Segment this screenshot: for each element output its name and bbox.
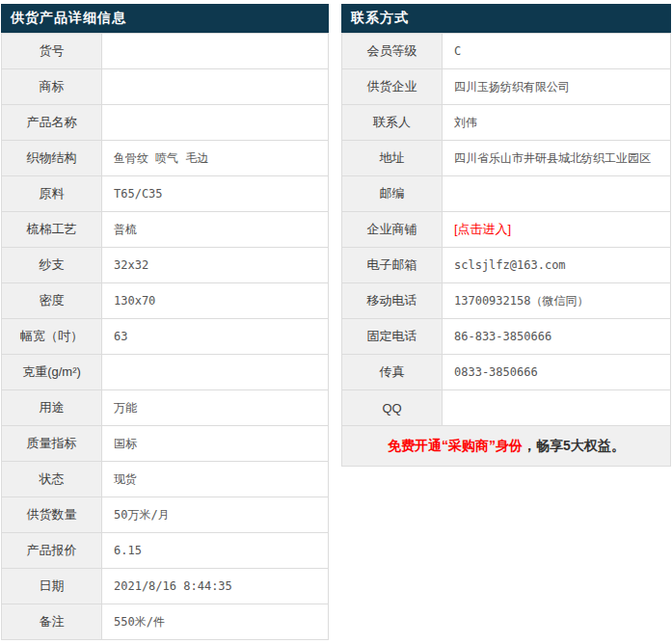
- page: 供货产品详细信息 货号商标产品名称织物结构鱼骨纹 喷气 毛边原料T65/C35梳…: [0, 0, 672, 644]
- table-row: 原料T65/C35: [2, 176, 329, 212]
- product-detail-table: 货号商标产品名称织物结构鱼骨纹 喷气 毛边原料T65/C35梳棉工艺普梳纱支32…: [1, 33, 329, 640]
- row-label: 原料: [2, 176, 102, 212]
- row-label: 供货数量: [2, 497, 102, 533]
- shop-enter-link[interactable]: [点击进入]: [443, 212, 671, 248]
- row-value: 63: [102, 319, 329, 355]
- contact-title: 联系方式: [341, 4, 671, 33]
- row-label: 状态: [2, 462, 102, 497]
- row-value: 13700932158（微信同）: [443, 283, 671, 319]
- row-label: 企业商铺: [342, 212, 443, 248]
- row-label: 产品报价: [2, 533, 102, 569]
- table-row: 企业商铺[点击进入]: [342, 212, 671, 248]
- promo-row: 免费开通“采购商”身份，畅享5大权益。: [342, 426, 671, 467]
- table-row: 传真0833-3850666: [342, 355, 671, 390]
- contact-panel: 联系方式 会员等级C供货企业四川玉扬纺织有限公司联系人刘伟地址四川省乐山市井研县…: [341, 4, 671, 467]
- table-row: 供货企业四川玉扬纺织有限公司: [342, 69, 671, 105]
- table-row: 克重(g/m²): [2, 355, 329, 390]
- table-row: 货号: [2, 34, 329, 69]
- table-row: 移动电话13700932158（微信同）: [342, 283, 671, 319]
- table-row: QQ: [342, 390, 671, 426]
- promo-rest-text: ，畅享5大权益。: [523, 438, 625, 453]
- row-label: 纱支: [2, 248, 102, 283]
- row-label: 幅宽（吋）: [2, 319, 102, 355]
- row-label: 克重(g/m²): [2, 355, 102, 390]
- product-detail-panel: 供货产品详细信息 货号商标产品名称织物结构鱼骨纹 喷气 毛边原料T65/C35梳…: [1, 4, 329, 640]
- row-value: 2021/8/16 8:44:35: [102, 569, 329, 604]
- row-label: 电子邮箱: [342, 248, 443, 283]
- row-label: 供货企业: [342, 69, 443, 105]
- row-label: 备注: [2, 604, 102, 640]
- row-value: [102, 105, 329, 141]
- product-detail-title: 供货产品详细信息: [1, 4, 329, 33]
- contact-table: 会员等级C供货企业四川玉扬纺织有限公司联系人刘伟地址四川省乐山市井研县城北纺织工…: [341, 33, 671, 467]
- table-row: 备注550米/件: [2, 604, 329, 640]
- row-value: [102, 355, 329, 390]
- row-value: 四川省乐山市井研县城北纺织工业园区: [443, 141, 671, 176]
- table-row: 状态现货: [2, 462, 329, 497]
- table-row: 电子邮箱sclsjlfz@163.com: [342, 248, 671, 283]
- row-value: 0833-3850666: [443, 355, 671, 390]
- row-label: QQ: [342, 390, 443, 426]
- table-row: 邮编: [342, 176, 671, 212]
- row-label: 织物结构: [2, 141, 102, 176]
- row-label: 移动电话: [342, 283, 443, 319]
- row-value: 50万米/月: [102, 497, 329, 533]
- row-value: 国标: [102, 426, 329, 462]
- row-value: 鱼骨纹 喷气 毛边: [102, 141, 329, 176]
- row-value: sclsjlfz@163.com: [443, 248, 671, 283]
- table-row: 产品名称: [2, 105, 329, 141]
- row-label: 邮编: [342, 176, 443, 212]
- row-label: 商标: [2, 69, 102, 105]
- table-row: 地址四川省乐山市井研县城北纺织工业园区: [342, 141, 671, 176]
- row-value: [443, 176, 671, 212]
- row-value: 刘伟: [443, 105, 671, 141]
- table-row: 商标: [2, 69, 329, 105]
- table-row: 日期2021/8/16 8:44:35: [2, 569, 329, 604]
- table-row: 质量指标国标: [2, 426, 329, 462]
- table-row: 纱支32x32: [2, 248, 329, 283]
- row-value: 万能: [102, 390, 329, 426]
- row-label: 地址: [342, 141, 443, 176]
- row-value: [102, 34, 329, 69]
- row-value: 现货: [102, 462, 329, 497]
- row-value: 32x32: [102, 248, 329, 283]
- row-value: [102, 69, 329, 105]
- table-row: 固定电话86-833-3850666: [342, 319, 671, 355]
- table-row: 联系人刘伟: [342, 105, 671, 141]
- table-row: 密度130x70: [2, 283, 329, 319]
- row-label: 用途: [2, 390, 102, 426]
- row-value: 550米/件: [102, 604, 329, 640]
- row-label: 货号: [2, 34, 102, 69]
- row-value: 86-833-3850666: [443, 319, 671, 355]
- row-value: C: [443, 34, 671, 69]
- row-label: 日期: [2, 569, 102, 604]
- buyer-signup-link[interactable]: 免费开通“采购商”身份: [388, 438, 523, 453]
- row-value: 130x70: [102, 283, 329, 319]
- row-value: T65/C35: [102, 176, 329, 212]
- table-row: 用途万能: [2, 390, 329, 426]
- row-label: 会员等级: [342, 34, 443, 69]
- row-label: 梳棉工艺: [2, 212, 102, 248]
- row-label: 传真: [342, 355, 443, 390]
- promo-cell: 免费开通“采购商”身份，畅享5大权益。: [342, 426, 671, 467]
- row-label: 联系人: [342, 105, 443, 141]
- row-label: 质量指标: [2, 426, 102, 462]
- table-row: 织物结构鱼骨纹 喷气 毛边: [2, 141, 329, 176]
- table-row: 幅宽（吋）63: [2, 319, 329, 355]
- row-value: [443, 390, 671, 426]
- row-value: 普梳: [102, 212, 329, 248]
- row-value: 6.15: [102, 533, 329, 569]
- table-row: 供货数量50万米/月: [2, 497, 329, 533]
- table-row: 梳棉工艺普梳: [2, 212, 329, 248]
- row-label: 密度: [2, 283, 102, 319]
- table-row: 会员等级C: [342, 34, 671, 69]
- table-row: 产品报价6.15: [2, 533, 329, 569]
- row-label: 固定电话: [342, 319, 443, 355]
- row-value: 四川玉扬纺织有限公司: [443, 69, 671, 105]
- row-label: 产品名称: [2, 105, 102, 141]
